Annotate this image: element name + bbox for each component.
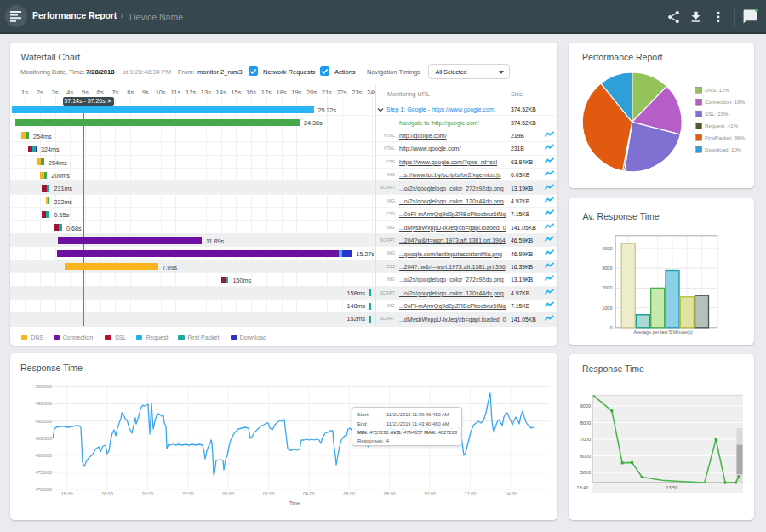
svg-text:4900000: 4900000 xyxy=(36,419,53,424)
svg-text:06:00: 06:00 xyxy=(343,491,355,496)
svg-text:7000: 7000 xyxy=(580,437,591,442)
svg-text:08:00: 08:00 xyxy=(384,491,396,496)
svg-text:3000: 3000 xyxy=(602,266,612,271)
svg-text:Time: Time xyxy=(289,501,300,506)
svg-text:12:00: 12:00 xyxy=(465,491,477,496)
svg-text:DNS: 12%: DNS: 12% xyxy=(705,87,729,93)
svg-text:SSL: 23%: SSL: 23% xyxy=(705,111,729,117)
svg-text:16:00: 16:00 xyxy=(61,491,73,496)
svg-text:5000000: 5000000 xyxy=(36,384,53,389)
svg-text:4000: 4000 xyxy=(602,246,612,251)
svg-text:4750000: 4750000 xyxy=(36,470,53,475)
svg-text:00:00: 00:00 xyxy=(222,491,234,496)
svg-text:4950000: 4950000 xyxy=(36,401,53,406)
svg-text:6000: 6000 xyxy=(580,454,591,459)
svg-text:Average per last 5 Minute(s): Average per last 5 Minute(s) xyxy=(634,329,693,335)
svg-text:5000: 5000 xyxy=(580,470,591,475)
svg-text:Download: 10%: Download: 10% xyxy=(705,146,742,152)
svg-text:9000: 9000 xyxy=(580,403,591,409)
svg-text:4850000: 4850000 xyxy=(36,436,53,441)
svg-text:10:00: 10:00 xyxy=(424,491,436,496)
svg-text:Connection: 16%: Connection: 16% xyxy=(705,99,746,105)
svg-text:02:00: 02:00 xyxy=(263,491,275,496)
svg-text:20:00: 20:00 xyxy=(142,491,154,496)
svg-text:Request: <1%: Request: <1% xyxy=(705,123,739,129)
svg-text:1000: 1000 xyxy=(602,306,612,311)
svg-text:14:00: 14:00 xyxy=(505,491,517,496)
svg-text:0: 0 xyxy=(609,325,612,330)
svg-text:2000: 2000 xyxy=(602,285,612,290)
svg-text:4700000: 4700000 xyxy=(36,487,53,492)
svg-text:13:50: 13:50 xyxy=(666,485,678,490)
svg-text:4800000: 4800000 xyxy=(36,453,53,458)
svg-text:FirstPacket: 36%: FirstPacket: 36% xyxy=(705,134,745,140)
svg-text:04:00: 04:00 xyxy=(303,491,315,496)
svg-text:8000: 8000 xyxy=(580,420,591,426)
svg-text:22:00: 22:00 xyxy=(182,491,194,496)
svg-text:18:00: 18:00 xyxy=(101,491,113,496)
svg-text:13:40: 13:40 xyxy=(577,485,589,490)
